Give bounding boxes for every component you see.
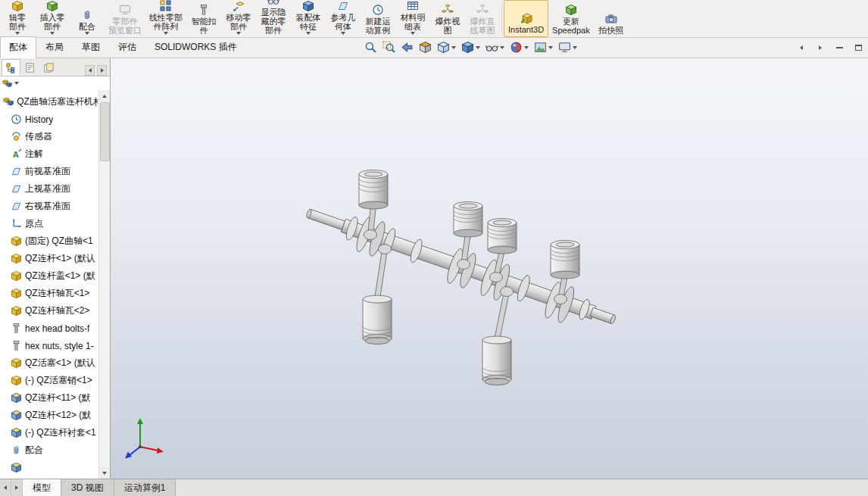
tree-item[interactable]: 右视基准面 (0, 198, 98, 215)
tree-item[interactable]: (固定) QZ曲轴<1 (0, 232, 98, 250)
ribbon-show-hidden-components[interactable]: 显示隐 藏的零 部件 (256, 0, 291, 37)
dropdown-arrow-icon[interactable] (476, 46, 480, 49)
display-style-icon (461, 41, 474, 54)
flyout-arrow-icon[interactable] (14, 82, 19, 85)
ribbon-bill-of-materials[interactable]: 材料明 细表 (395, 0, 430, 37)
ribbon-mate[interactable]: 配合 (70, 0, 105, 37)
ribbon-edit-component[interactable]: 辑零 部件 (0, 0, 35, 37)
panel-tab-configuration-manager[interactable] (39, 59, 58, 76)
hud-view-settings[interactable] (556, 39, 579, 55)
tree-item[interactable]: 原点 (0, 215, 98, 232)
bottom-tab-3d-views[interactable]: 3D 视图 (61, 479, 114, 496)
dropdown-arrow-icon[interactable] (15, 32, 20, 35)
tree-item-label: QZ连杆轴瓦<2> (25, 304, 89, 317)
ribbon-button-label: 装配体 特征 (296, 13, 321, 31)
dropdown-arrow-icon[interactable] (500, 46, 504, 49)
bottom-tab-motion-study-1[interactable]: 运动算例1 (114, 479, 176, 496)
ribbon-insert-components[interactable]: 插入零 部件 (35, 0, 70, 37)
hud-view-orientation[interactable] (435, 39, 458, 55)
dropdown-arrow-icon[interactable] (306, 32, 311, 35)
tree-scrollbar[interactable] (98, 90, 110, 479)
scroll-down-icon (102, 472, 107, 475)
viewport[interactable] (111, 58, 868, 479)
tree-item[interactable]: QZ连杆<1> (默认 (0, 250, 98, 267)
tree-item[interactable]: 上视基准面 (0, 180, 98, 198)
ribbon-take-snapshot[interactable]: 拍快照 (594, 0, 629, 37)
window-pane-previous-button[interactable] (795, 42, 808, 53)
ribbon-smart-fasteners[interactable]: 智能扣 件 (186, 0, 221, 37)
tree-item[interactable]: QZ连杆<11> (默 (0, 389, 98, 407)
tree-item[interactable]: 传感器 (0, 128, 98, 145)
tree-item[interactable]: hex nuts, style 1- (0, 337, 98, 354)
ribbon-exploded-view[interactable]: 爆炸视 图 (430, 0, 465, 37)
tree-item[interactable]: QZ连杆轴瓦<2> (0, 302, 98, 320)
hud-section-view[interactable] (417, 39, 434, 55)
dropdown-arrow-icon[interactable] (236, 32, 241, 35)
tree-item[interactable]: QZ曲轴活塞连杆机构 (0, 93, 98, 111)
tree-item-label: 原点 (25, 217, 43, 230)
tree-item[interactable]: History (0, 111, 98, 128)
dropdown-arrow-icon[interactable] (524, 46, 529, 49)
tree-item[interactable] (0, 459, 98, 476)
command-tab-assembly[interactable]: 配体 (0, 36, 36, 58)
ribbon-explode-line-sketch[interactable]: 爆炸直 线草图 (465, 0, 500, 37)
ribbon-move-component[interactable]: 移动零 部件 (221, 0, 256, 37)
sheet-tab-scroll-right[interactable] (11, 479, 23, 496)
tree-item[interactable]: (-) QZ活塞销<1> (0, 372, 98, 389)
ribbon-reference-geometry[interactable]: 参考几 何体 (326, 0, 361, 37)
dropdown-arrow-icon[interactable] (548, 46, 553, 49)
dropdown-arrow-icon[interactable] (573, 46, 577, 49)
ribbon-update-speedpak[interactable]: 更新 Speedpak (548, 0, 594, 37)
hud-zoom-to-area[interactable] (380, 39, 398, 55)
zoom-area-icon (382, 41, 395, 54)
scroll-up-button[interactable] (99, 90, 111, 101)
ribbon-new-motion-study[interactable]: 新建运 动算例 (361, 0, 395, 37)
window-pane-next-button[interactable] (813, 42, 827, 53)
sheet-tab-scroll-left[interactable] (0, 479, 11, 496)
tree-item[interactable]: QZ连杆<12> (默 (0, 407, 98, 424)
hud-edit-appearance[interactable] (507, 39, 531, 55)
ribbon-assembly-features[interactable]: 装配体 特征 (291, 0, 326, 37)
ribbon-button-label: 配合 (79, 22, 95, 31)
scrollbar-thumb[interactable] (100, 102, 110, 161)
dropdown-arrow-icon[interactable] (85, 32, 89, 35)
dropdown-arrow-icon[interactable] (451, 46, 456, 49)
panel-tab-back-button[interactable] (85, 65, 95, 76)
ribbon-button-label: 爆炸视 图 (436, 17, 461, 35)
panel-tab-forward-button[interactable] (97, 65, 107, 76)
dropdown-arrow-icon[interactable] (50, 32, 55, 35)
smart-fasteners-icon (198, 4, 210, 16)
hud-hide-show-items[interactable] (483, 39, 507, 55)
ribbon-linear-component-pattern[interactable]: 线性零部 件阵列 (145, 0, 186, 37)
tree-item[interactable]: hex head bolts-f (0, 320, 98, 337)
command-tab-layout[interactable]: 布局 (36, 36, 73, 58)
panel-tab-property-manager[interactable] (20, 59, 39, 76)
hud-zoom-to-fit[interactable] (362, 39, 379, 55)
hud-previous-view[interactable] (398, 39, 416, 55)
dropdown-arrow-icon[interactable] (341, 32, 345, 35)
panel-tab-feature-manager-design-tree[interactable] (2, 59, 20, 76)
tree-item[interactable]: QZ连杆盖<1> (默 (0, 267, 98, 285)
tree-item[interactable]: (-) QZ连杆衬套<1 (0, 424, 98, 441)
tree-item[interactable]: A注解 (0, 145, 98, 163)
tree-item[interactable]: QZ连杆轴瓦<1> (0, 285, 98, 302)
crankshaft-piston-assembly-model[interactable] (111, 58, 868, 479)
dropdown-arrow-icon[interactable] (411, 32, 415, 35)
scroll-down-button[interactable] (99, 467, 111, 479)
ribbon-instant3d[interactable]: Instant3D (504, 0, 548, 37)
command-tab-sketch[interactable]: 草图 (73, 36, 109, 58)
command-tab-solidworks-addins[interactable]: SOLIDWORKS 插件 (145, 36, 246, 58)
tree-item-label: hex nuts, style 1- (25, 341, 94, 351)
hud-display-style[interactable] (459, 39, 482, 55)
hud-apply-scene[interactable] (532, 39, 555, 55)
window-restore-button[interactable] (851, 42, 865, 53)
tree-item[interactable]: QZ活塞<1> (默认 (0, 354, 98, 372)
dropdown-arrow-icon[interactable] (164, 32, 168, 35)
tree-item[interactable]: 前视基准面 (0, 163, 98, 180)
window-minimize-button[interactable] (832, 42, 846, 53)
command-tab-evaluate[interactable]: 评估 (109, 36, 145, 58)
ribbon-component-preview-window[interactable]: 零部件 预览窗口 (105, 0, 145, 37)
bottom-tab-model[interactable]: 模型 (23, 479, 61, 496)
ribbon-button-label: 移动零 部件 (226, 13, 251, 31)
tree-item[interactable]: 配合 (0, 441, 98, 459)
